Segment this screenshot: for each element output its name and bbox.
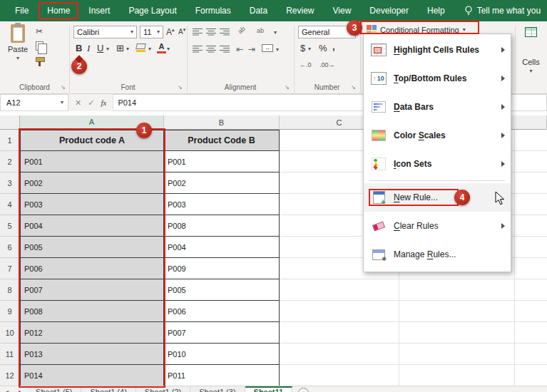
top-align-button[interactable]: [193, 28, 203, 36]
format-painter-button[interactable]: [36, 57, 44, 68]
sheet-tab[interactable]: Sheet1 (2): [136, 386, 190, 392]
ribbon-tab-file[interactable]: File: [6, 0, 38, 21]
add-sheet-button[interactable]: +: [298, 388, 309, 392]
insert-function-icon[interactable]: fx: [101, 98, 106, 107]
menu-item-highlight-cells-rules[interactable]: Highlight Cells Rules: [364, 36, 511, 64]
orientation-button[interactable]: ab: [237, 26, 246, 35]
row-header-8[interactable]: 8: [0, 279, 20, 301]
menu-item-color-scales[interactable]: Color Scales: [364, 121, 511, 150]
cell-b1[interactable]: Product Code B: [164, 130, 280, 151]
fill-color-chevron-icon[interactable]: ▾: [148, 46, 151, 52]
increase-indent-button[interactable]: ⇥: [248, 45, 255, 53]
underline-button[interactable]: U: [97, 43, 103, 53]
alignment-dialog-launcher-icon[interactable]: ↘: [285, 84, 290, 91]
row-header-6[interactable]: 6: [0, 237, 20, 258]
cell-b10[interactable]: P007: [164, 322, 280, 344]
cell-b3[interactable]: P002: [164, 172, 280, 194]
underline-options-chevron-icon[interactable]: ▾: [106, 46, 109, 52]
shrink-font-button[interactable]: A▾: [178, 27, 185, 36]
row-header-12[interactable]: 12: [0, 365, 20, 386]
cell-a11[interactable]: P013: [20, 344, 164, 365]
cell-b8[interactable]: P005: [164, 279, 280, 301]
bottom-align-button[interactable]: [220, 28, 230, 36]
borders-chevron-icon[interactable]: ▾: [126, 46, 129, 52]
menu-item-new-rule[interactable]: New Rule...: [364, 183, 511, 212]
ribbon-tab-insert[interactable]: Insert: [79, 0, 119, 21]
row-header-2[interactable]: 2: [0, 151, 20, 172]
clipboard-dialog-launcher-icon[interactable]: ↘: [61, 84, 66, 91]
row-header-1[interactable]: 1: [0, 130, 20, 151]
italic-button[interactable]: I: [87, 43, 90, 53]
merge-chevron-icon[interactable]: ▾: [276, 47, 279, 53]
ribbon-tab-home[interactable]: Home: [38, 0, 79, 21]
cell-a3[interactable]: P002: [20, 172, 164, 194]
tell-me-search[interactable]: Tell me what you: [464, 6, 541, 16]
cell-a9[interactable]: P008: [20, 301, 164, 322]
row-header-9[interactable]: 9: [0, 301, 20, 322]
sheet-tab[interactable]: Sheet1 (3): [190, 386, 245, 392]
row-header-5[interactable]: 5: [0, 215, 20, 237]
name-box-chevron-icon[interactable]: ▾: [61, 100, 63, 105]
decrease-indent-button[interactable]: ⇤: [236, 45, 243, 53]
cell-a12[interactable]: P014: [20, 365, 164, 386]
align-center-button[interactable]: [206, 45, 216, 53]
cell-b2[interactable]: P001: [164, 151, 280, 172]
sheet-nav-right-icon[interactable]: ▸: [14, 386, 27, 392]
menu-item-clear-rules[interactable]: Clear Rules: [364, 212, 511, 240]
menu-item-manage-rules[interactable]: Manage Rules...: [364, 240, 511, 269]
ribbon-tab-developer[interactable]: Developer: [360, 0, 418, 21]
accounting-format-button[interactable]: $: [300, 43, 305, 53]
row-header-10[interactable]: 10: [0, 322, 20, 344]
cancel-icon[interactable]: ✕: [75, 98, 81, 108]
wrap-text-button[interactable]: ab: [257, 28, 264, 34]
cell-a6[interactable]: P005: [20, 237, 164, 258]
borders-button[interactable]: ⊞: [116, 43, 124, 53]
cell-a5[interactable]: P004: [20, 215, 164, 237]
font-color-chevron-icon[interactable]: ▾: [167, 46, 170, 52]
cell-a7[interactable]: P006: [20, 258, 164, 279]
cell-a8[interactable]: P007: [20, 279, 164, 301]
enter-icon[interactable]: ✓: [88, 98, 94, 108]
orientation-chevron-icon[interactable]: ▾: [274, 30, 277, 36]
percent-style-button[interactable]: %: [319, 43, 327, 53]
ribbon-tab-data[interactable]: Data: [240, 0, 277, 21]
grow-font-button[interactable]: A▴: [166, 27, 175, 36]
paste-button[interactable]: Paste ▾: [4, 24, 31, 61]
sheet-tab[interactable]: Sheet1 (5): [27, 386, 81, 392]
cell-a4[interactable]: P003: [20, 194, 164, 215]
sheet-tab[interactable]: Sheet1 (4): [81, 386, 136, 392]
cell-b4[interactable]: P003: [164, 194, 280, 215]
cell-a10[interactable]: P012: [20, 322, 164, 344]
column-header-b[interactable]: B: [164, 115, 280, 130]
ribbon-tab-page-layout[interactable]: Page Layout: [119, 0, 185, 21]
align-right-button[interactable]: [220, 45, 230, 53]
font-name-combobox[interactable]: Calibri ▾: [73, 26, 137, 38]
fill-color-button[interactable]: [136, 43, 145, 52]
menu-item-icon-sets[interactable]: Icon Sets: [364, 150, 511, 178]
menu-item-top-bottom-rules[interactable]: ↑10 Top/Bottom Rules: [364, 64, 511, 93]
number-dialog-launcher-icon[interactable]: ↘: [351, 84, 356, 91]
sheet-nav-left-icon[interactable]: ◂: [0, 386, 14, 392]
sheet-tab-active[interactable]: Sheet11: [245, 386, 293, 392]
name-box[interactable]: A12 ▾: [0, 94, 68, 111]
cell-b5[interactable]: P008: [164, 215, 280, 237]
bold-button[interactable]: B: [76, 43, 82, 53]
row-header-3[interactable]: 3: [0, 172, 20, 194]
decrease-decimal-button[interactable]: .00→: [319, 62, 335, 68]
select-all-corner[interactable]: [0, 115, 20, 130]
merge-center-button[interactable]: ↔: [262, 44, 273, 52]
row-header-4[interactable]: 4: [0, 194, 20, 215]
ribbon-tab-review[interactable]: Review: [277, 0, 323, 21]
align-left-button[interactable]: [193, 45, 203, 53]
middle-align-button[interactable]: [206, 28, 216, 36]
font-color-button[interactable]: A: [157, 43, 166, 53]
row-header-11[interactable]: 11: [0, 344, 20, 365]
increase-decimal-button[interactable]: ←.0: [300, 62, 312, 68]
row-header-7[interactable]: 7: [0, 258, 20, 279]
ribbon-tab-help[interactable]: Help: [418, 0, 454, 21]
ribbon-tab-formulas[interactable]: Formulas: [186, 0, 240, 21]
copy-button[interactable]: [36, 41, 44, 52]
cells-group-button[interactable]: Cells ▾: [515, 27, 547, 74]
ribbon-tab-view[interactable]: View: [324, 0, 361, 21]
menu-item-data-bars[interactable]: Data Bars: [364, 93, 511, 121]
